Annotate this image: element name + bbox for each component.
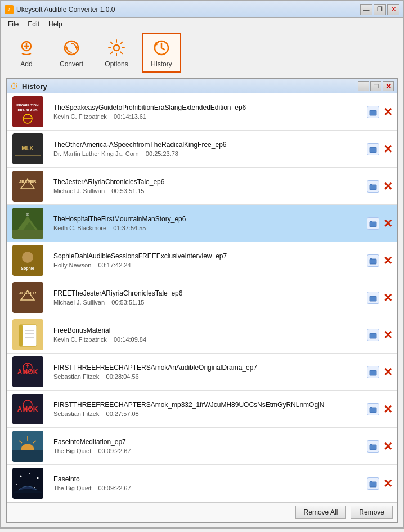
close-button[interactable]: ✕ [387,4,399,15]
item-thumbnail [7,428,49,464]
svg-rect-36 [370,259,376,264]
history-restore-button[interactable]: ❒ [370,81,381,91]
menu-help[interactable]: Help [44,19,67,29]
svg-point-74 [37,477,39,479]
restore-button[interactable]: ❒ [374,4,386,15]
toolbar-add-button[interactable]: Add [7,33,46,73]
svg-rect-18 [15,155,41,156]
svg-rect-45 [19,325,23,346]
svg-rect-56 [370,370,376,375]
open-folder-button[interactable] [367,106,379,118]
item-info: TheOtherAmerica-ASpeechfromTheRadicalKin… [49,131,363,167]
item-info: Easeinto The Big Quiet 00:09:22.67 [49,465,363,502]
open-folder-button[interactable] [367,440,379,453]
list-item: © TheHospitalTheFirstMountainManStory_ep… [7,205,397,242]
remove-button[interactable]: Remove [351,506,393,519]
item-meta: Keith C. Blackmore 01:37:54.55 [53,225,359,231]
options-label: Options [105,60,128,68]
history-label: History [151,60,172,68]
item-title: FIRSTTHREEFREECHAPTERSAmok_mp332_1frWJcu… [53,401,359,409]
svg-rect-41 [370,296,376,301]
svg-point-72 [20,476,22,477]
remove-item-button[interactable]: ✕ [381,403,394,415]
open-folder-button[interactable] [367,292,379,304]
item-title: EaseintoMeditation_ep7 [53,438,359,446]
svg-point-73 [29,473,30,474]
open-folder-button[interactable] [367,217,379,230]
item-info: TheJesterARiyriaChroniclesTale_ep6 Micha… [49,168,363,204]
open-folder-button[interactable] [367,143,379,155]
open-folder-button[interactable] [367,254,379,267]
title-bar: ♪ Ukeysoft Audible Converter 1.0.0 — ❒ ✕ [1,1,403,18]
convert-label: Convert [60,60,83,68]
remove-item-button[interactable]: ✕ [381,477,394,490]
item-actions: ✕ [363,428,397,464]
remove-item-button[interactable]: ✕ [381,329,394,341]
toolbar-options-button[interactable]: Options [97,33,136,73]
item-meta: The Big Quiet 00:09:22.67 [53,448,359,454]
add-label: Add [20,60,32,68]
toolbar-history-button[interactable]: History [142,33,181,73]
open-folder-button[interactable] [367,403,379,415]
remove-item-button[interactable]: ✕ [381,180,394,193]
menu-edit[interactable]: Edit [23,19,44,29]
convert-icon [61,38,82,58]
thumb-image [12,468,43,499]
menu-file[interactable]: File [3,19,23,29]
remove-item-button[interactable]: ✕ [381,366,394,378]
thumb-image [12,319,43,350]
remove-item-button[interactable]: ✕ [381,106,394,118]
svg-rect-38 [12,282,43,313]
open-folder-button[interactable] [367,366,379,378]
history-list[interactable]: PROHIBITIONERA SLANG TheSpeakeasyGuideto… [7,93,397,502]
main-window: ♪ Ukeysoft Audible Converter 1.0.0 — ❒ ✕… [0,0,404,529]
item-meta: The Big Quiet 00:09:22.67 [53,485,359,491]
title-controls: — ❒ ✕ [360,4,399,15]
item-thumbnail: Sophie [7,242,49,279]
item-thumbnail [7,316,49,353]
remove-item-button[interactable]: ✕ [381,440,394,453]
item-info: FREETheJesterARiyriaChroniclesTale_ep6 M… [49,279,363,316]
svg-point-76 [34,487,35,488]
options-icon [106,38,127,58]
history-window: ⏱ History — ❒ ✕ PROHIBITIONERA SLANG The… [6,78,398,523]
history-minimize-button[interactable]: — [358,81,369,91]
item-actions: ✕ [363,93,397,130]
open-folder-button[interactable] [367,180,379,193]
thumb-image: AMOK [12,394,43,424]
remove-item-button[interactable]: ✕ [381,254,394,267]
svg-rect-71 [12,468,43,499]
open-folder-button[interactable] [367,329,379,341]
open-folder-button[interactable] [367,477,379,490]
svg-text:PROHIBITION: PROHIBITION [16,104,38,107]
item-actions: ✕ [363,391,397,427]
list-item: JESTER TheJesterARiyriaChroniclesTale_ep… [7,168,397,205]
item-info: FIRSTTHREEFREECHAPTERSAmok_mp332_1frWJcu… [49,391,363,427]
app-icon: ♪ [5,5,14,14]
item-actions: ✕ [363,465,397,502]
item-title: SophieDahlAudibleSessionsFREEExclusiveIn… [53,252,359,260]
item-meta: Michael J. Sullivan 00:53:51.15 [53,299,359,306]
item-info: FIRSTTHREEFREECHAPTERSAmokAnAudibleOrigi… [49,354,363,390]
item-actions: ✕ [363,168,397,204]
item-meta: Holly Newson 00:17:42.24 [53,262,359,269]
history-close-button[interactable]: ✕ [383,81,394,91]
item-thumbnail: PROHIBITIONERA SLANG [7,93,49,130]
remove-all-button[interactable]: Remove All [295,506,347,519]
svg-rect-77 [370,482,376,487]
svg-point-75 [16,484,17,485]
remove-item-button[interactable]: ✕ [381,143,394,155]
svg-rect-21 [12,171,43,202]
toolbar-convert-button[interactable]: Convert [52,33,91,73]
list-item: JESTER FREETheJesterARiyriaChroniclesTal… [7,279,397,316]
item-info: EaseintoMeditation_ep7 The Big Quiet 00:… [49,428,363,464]
svg-rect-24 [370,185,376,190]
remove-item-button[interactable]: ✕ [381,217,394,230]
item-thumbnail: AMOK [7,354,49,390]
item-actions: ✕ [363,242,397,279]
list-item: FreeBonusMaterial Kevin C. Fitzpatrick 0… [7,316,397,354]
minimize-button[interactable]: — [360,4,372,15]
app-title: Ukeysoft Audible Converter 1.0.0 [16,6,115,14]
svg-point-34 [22,252,33,263]
remove-item-button[interactable]: ✕ [381,292,394,304]
